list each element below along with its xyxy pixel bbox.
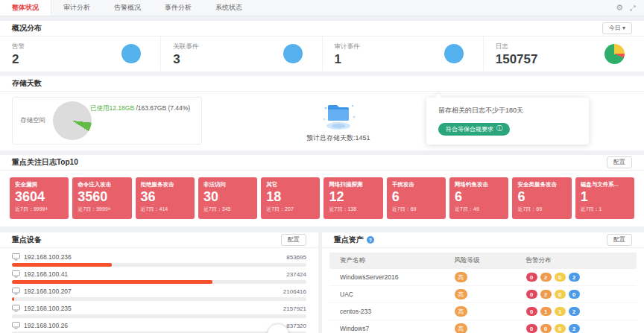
device-count: 853695	[286, 254, 306, 261]
tab-overall-status[interactable]: 整体状况	[0, 0, 51, 16]
assets-title: 重点资产	[334, 235, 364, 245]
folder-icon	[319, 99, 358, 132]
stat-value: 2	[12, 53, 25, 66]
badge-high: 1	[540, 307, 552, 316]
alert-distribution: 0 2 0 2	[526, 273, 626, 282]
alert-distribution: 0 0 0 2	[526, 324, 626, 333]
storage-pie-chart	[53, 101, 92, 140]
log-card-phishing[interactable]: 网络钓鱼攻击 6 近7日：49	[449, 177, 508, 219]
badge-high: 0	[540, 324, 552, 333]
computer-icon	[12, 253, 20, 261]
compliance-note-card: 留存相关的日志不少于180天 符合等保合规要求 ⓘ	[426, 98, 589, 145]
stat-label: 关联事件	[173, 42, 198, 51]
stat-logs[interactable]: 日志 150757	[484, 37, 644, 71]
asset-row[interactable]: WindowsServer2016 高 0 2 0 2	[329, 269, 637, 286]
stat-label: 审计事件	[335, 42, 360, 51]
gear-icon[interactable]: ⚙	[616, 4, 623, 12]
device-count: 837320	[286, 323, 306, 329]
badge-critical: 0	[526, 273, 537, 282]
device-row[interactable]: 192.168.100.207 2106416	[0, 284, 318, 301]
stat-value: 3	[173, 53, 198, 66]
risk-badge: 高	[455, 272, 467, 282]
stat-alerts[interactable]: 告警 2	[0, 37, 161, 71]
asset-name: centos-233	[340, 308, 455, 315]
log-card-illegal-access[interactable]: 非法访问 30 近7日：345	[198, 177, 257, 219]
badge-medium: 0	[555, 324, 566, 333]
badge-medium: 1	[555, 307, 566, 316]
info-icon: ⓘ	[496, 126, 502, 132]
overview-stats: 告警 2 关联事件 3 审计事件 1 日志 150757	[0, 37, 644, 71]
asset-row[interactable]: centos-233 高 0 1 1 2	[329, 303, 637, 320]
device-ip: 192.168.100.41	[24, 270, 68, 278]
compliance-label: 符合等保合规要求	[446, 125, 493, 133]
fullscreen-icon[interactable]	[629, 4, 637, 12]
device-row[interactable]: 192.168.100.41 237424	[0, 267, 318, 284]
log-card-disk-file[interactable]: 磁盘与文件系... 1 近7日：1	[575, 177, 634, 219]
computer-icon	[12, 288, 20, 295]
asset-row[interactable]: UAC 高 0 2 0 0	[329, 286, 637, 303]
tab-audit-analysis[interactable]: 审计分析	[51, 0, 102, 16]
badge-critical: 0	[526, 307, 537, 316]
risk-badge: 高	[455, 323, 467, 333]
device-ip: 192.168.100.236	[24, 253, 72, 261]
compliance-note-text: 留存相关的日志不少于180天	[438, 106, 577, 115]
compliance-badge-button[interactable]: 符合等保合规要求 ⓘ	[438, 123, 510, 136]
asset-row[interactable]: Windows7 高 0 0 0 2	[329, 320, 637, 333]
storage-title: 存储天数	[12, 78, 42, 89]
stat-label: 告警	[12, 42, 25, 51]
header-asset-name: 资产名称	[340, 256, 455, 265]
stat-label: 日志	[496, 42, 538, 51]
tab-event-analysis[interactable]: 事件分析	[153, 0, 203, 16]
logs-pie-chart	[604, 44, 625, 64]
tab-system-status[interactable]: 系统状态	[203, 0, 254, 16]
stat-correlated-events[interactable]: 关联事件 3	[161, 37, 322, 71]
risk-badge: 高	[455, 306, 467, 317]
badge-low: 2	[569, 307, 580, 316]
help-icon[interactable]: ?	[367, 236, 374, 244]
stat-value: 1	[335, 53, 360, 66]
assets-table-header: 资产名称 风险等级 告警分布	[329, 253, 637, 269]
top-logs-panel: 重点关注日志Top10 配置 安全漏洞 3604 近7日：9999+ 命令注入攻…	[0, 155, 644, 226]
log-card-command-injection[interactable]: 命令注入攻击 3560 近7日：9999+	[72, 177, 131, 219]
devices-list: 192.168.100.236 853695 192.168.100.41 23…	[0, 248, 318, 333]
top-tab-bar: 整体状况 审计分析 告警概况 事件分析 系统状态 ⚙	[0, 0, 644, 16]
log-card-dos-attack[interactable]: 拒绝服务攻击 36 近7日：414	[136, 177, 195, 219]
badge-critical: 0	[526, 324, 537, 333]
period-select[interactable]: 今日 ▾	[602, 22, 632, 34]
log-card-security-vuln[interactable]: 安全漏洞 3604 近7日：9999+	[10, 177, 69, 219]
header-risk-level: 风险等级	[455, 256, 526, 265]
badge-low: 2	[569, 324, 580, 333]
badge-high: 2	[540, 290, 552, 299]
header-alert-distribution: 告警分布	[526, 256, 626, 265]
stat-value: 150757	[496, 53, 538, 66]
devices-config-button[interactable]: 配置	[281, 234, 306, 246]
audit-donut-icon	[444, 44, 464, 63]
top-logs-title: 重点关注日志Top10	[12, 157, 78, 168]
devices-title: 重点设备	[12, 235, 42, 245]
top-logs-config-button[interactable]: 配置	[607, 156, 632, 168]
log-card-network-scan[interactable]: 网络扫描探测 12 近7日：138	[323, 177, 382, 219]
device-count: 2157921	[283, 305, 306, 312]
tab-alert-overview[interactable]: 告警概况	[102, 0, 153, 16]
storage-estimate-days: 预计总存储天数:1451	[306, 133, 370, 143]
computer-icon	[12, 270, 20, 278]
computer-icon	[12, 322, 20, 329]
badge-critical: 0	[526, 290, 537, 299]
device-ip: 192.168.100.235	[24, 305, 72, 312]
asset-name: WindowsServer2016	[340, 273, 455, 281]
stat-audit-events[interactable]: 审计事件 1	[323, 37, 484, 71]
device-row[interactable]: 192.168.100.235 2157921	[0, 301, 318, 318]
alerts-donut-icon	[121, 44, 141, 63]
badge-low: 0	[569, 290, 580, 299]
device-row[interactable]: 192.168.100.236 853695	[0, 250, 318, 267]
assets-config-button[interactable]: 配置	[607, 234, 632, 246]
storage-total-value: /163.67GB (7.44%)	[134, 104, 190, 112]
log-card-other[interactable]: 其它 18 近7日：207	[261, 177, 320, 219]
tabbar-icons: ⚙	[616, 0, 644, 16]
log-card-interference[interactable]: 干扰攻击 6 近7日：69	[387, 177, 446, 219]
log-card-security-service[interactable]: 安全类服务攻击 6 近7日：69	[512, 177, 571, 219]
events-donut-icon	[283, 44, 303, 63]
storage-days-block: 预计总存储天数:1451	[306, 99, 370, 143]
badge-high: 2	[540, 273, 552, 282]
computer-icon	[12, 305, 20, 312]
